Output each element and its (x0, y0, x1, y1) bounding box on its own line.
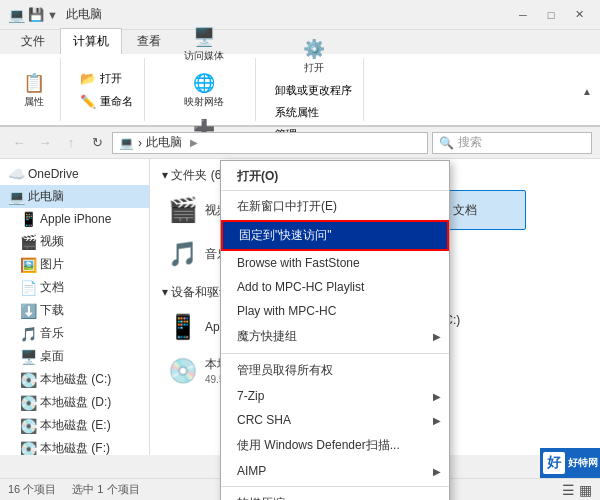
ctx-item-mpc-play[interactable]: Play with MPC-HC (221, 299, 449, 323)
desktop-icon: 🖥️ (20, 349, 36, 365)
onedrive-icon: ☁️ (8, 166, 24, 182)
forward-button[interactable]: → (34, 132, 56, 154)
ctx-label-magic-group: 魔方快捷组 (237, 328, 297, 345)
rename-label: 重命名 (100, 94, 133, 109)
ribbon-small-buttons: 📂 打开 ✏️ 重命名 (75, 67, 138, 112)
properties-icon: 📋 (22, 71, 46, 95)
sidebar-label-onedrive: OneDrive (28, 167, 79, 181)
view-grid-icon[interactable]: ▦ (579, 482, 592, 498)
rename-button[interactable]: ✏️ 重命名 (75, 90, 138, 112)
status-selected: 选中 1 个项目 (72, 482, 139, 497)
sidebar-label-desktop: 桌面 (40, 348, 64, 365)
search-icon: 🔍 (439, 136, 454, 150)
drive-c-icon: 💽 (20, 372, 36, 388)
ctx-item-aimp[interactable]: AIMP ▶ (221, 459, 449, 483)
ctx-item-pin-quick[interactable]: 固定到"快速访问" (221, 220, 449, 251)
sidebar-item-drive-e[interactable]: 💽 本地磁盘 (E:) (0, 414, 149, 437)
settings-icon: ⚙️ (302, 37, 326, 61)
back-button[interactable]: ← (8, 132, 30, 154)
status-count: 16 个项目 (8, 482, 56, 497)
ctx-arrow-magic: ▶ (433, 331, 441, 342)
sidebar-item-drive-f[interactable]: 💽 本地磁盘 (F:) (0, 437, 149, 455)
sidebar-item-onedrive[interactable]: ☁️ OneDrive (0, 163, 149, 185)
ctx-item-compress[interactable]: 软媒压缩 ▶ (221, 490, 449, 500)
up-button[interactable]: ↑ (60, 132, 82, 154)
ctx-header[interactable]: 打开(O) (221, 163, 449, 191)
ctx-label-aimp: AIMP (237, 464, 266, 478)
system-props-button[interactable]: 系统属性 (270, 102, 357, 123)
sidebar-item-documents[interactable]: 📄 文档 (0, 276, 149, 299)
tab-file[interactable]: 文件 (8, 28, 58, 54)
apple-iphone-icon: 📱 (20, 211, 36, 227)
ctx-item-crc[interactable]: CRC SHA ▶ (221, 408, 449, 432)
uninstall-label: 卸载或更改程序 (275, 83, 352, 98)
ribbon-collapse[interactable]: ▲ (582, 82, 592, 97)
sidebar-label-videos: 视频 (40, 233, 64, 250)
sidebar-item-videos[interactable]: 🎬 视频 (0, 230, 149, 253)
ctx-label-defender: 使用 Windows Defender扫描... (237, 437, 400, 454)
ctx-item-7zip[interactable]: 7-Zip ▶ (221, 384, 449, 408)
settings-button[interactable]: ⚙️ 打开 (294, 34, 334, 78)
ribbon-group-open: 📂 打开 ✏️ 重命名 (69, 58, 145, 121)
view-list-icon[interactable]: ☰ (562, 482, 575, 498)
pictures-icon: 🖼️ (20, 257, 36, 273)
rename-icon: ✏️ (80, 93, 96, 109)
window-icon: 💻 (8, 7, 24, 23)
minimize-button[interactable]: ─ (510, 5, 536, 25)
tab-computer[interactable]: 计算机 (60, 28, 122, 54)
maximize-button[interactable]: □ (538, 5, 564, 25)
uninstall-button[interactable]: 卸载或更改程序 (270, 80, 357, 101)
sidebar-item-apple-iphone[interactable]: 📱 Apple iPhone (0, 208, 149, 230)
address-path: › (138, 136, 142, 150)
ctx-label-pin-quick: 固定到"快速访问" (239, 227, 332, 244)
ribbon-group-manage: ⚙️ 打开 卸载或更改程序 系统属性 管理 (264, 58, 364, 121)
sidebar-item-thispc[interactable]: 💻 此电脑 (0, 185, 149, 208)
sidebar-item-desktop[interactable]: 🖥️ 桌面 (0, 345, 149, 368)
address-box[interactable]: 💻 › 此电脑 ▶ (112, 132, 428, 154)
ctx-label-7zip: 7-Zip (237, 389, 264, 403)
map-network-label: 映射网络 (184, 95, 224, 109)
ribbon-group-network: 🖥️ 访问媒体 🌐 映射网络 ➕ 添加一个网络位置 (153, 58, 256, 121)
sidebar: ☁️ OneDrive 💻 此电脑 📱 Apple iPhone 🎬 视频 🖼️… (0, 159, 150, 455)
search-box[interactable]: 🔍 搜索 (432, 132, 592, 154)
ctx-label-take-ownership: 管理员取得所有权 (237, 362, 333, 379)
ctx-item-new-window[interactable]: 在新窗口中打开(E) (221, 193, 449, 220)
sidebar-label-apple-iphone: Apple iPhone (40, 212, 111, 226)
ctx-item-magic-group[interactable]: 魔方快捷组 ▶ (221, 323, 449, 350)
sidebar-item-pictures[interactable]: 🖼️ 图片 (0, 253, 149, 276)
music-icon: 🎵 (20, 326, 36, 342)
map-network-icon: 🌐 (192, 71, 216, 95)
refresh-button[interactable]: ↻ (86, 132, 108, 154)
video-folder-icon: 🎬 (167, 194, 199, 226)
properties-button[interactable]: 📋 属性 (14, 68, 54, 112)
sidebar-item-drive-d[interactable]: 💽 本地磁盘 (D:) (0, 391, 149, 414)
open-button[interactable]: 📂 打开 (75, 67, 138, 89)
search-placeholder: 搜索 (458, 134, 482, 151)
downloads-icon: ⬇️ (20, 303, 36, 319)
access-media-button[interactable]: 🖥️ 访问媒体 (179, 22, 229, 66)
ctx-separator-1 (221, 353, 449, 354)
sidebar-item-downloads[interactable]: ⬇️ 下载 (0, 299, 149, 322)
ctx-label-mpc-playlist: Add to MPC-HC Playlist (237, 280, 364, 294)
map-network-button[interactable]: 🌐 映射网络 (179, 68, 229, 112)
ctx-label-crc: CRC SHA (237, 413, 291, 427)
close-button[interactable]: ✕ (566, 5, 592, 25)
open-icon: 📂 (80, 70, 96, 86)
context-menu: 打开(O) 在新窗口中打开(E) 固定到"快速访问" Browse with F… (220, 160, 450, 500)
ribbon-content: 📋 属性 📂 打开 ✏️ 重命名 🖥️ 访问媒体 (0, 54, 600, 126)
ctx-item-take-ownership[interactable]: 管理员取得所有权 (221, 357, 449, 384)
ctx-arrow-crc: ▶ (433, 415, 441, 426)
ctx-item-faststone[interactable]: Browse with FastStone (221, 251, 449, 275)
sidebar-label-music: 音乐 (40, 325, 64, 342)
tab-view[interactable]: 查看 (124, 28, 174, 54)
ctx-item-defender[interactable]: 使用 Windows Defender扫描... (221, 432, 449, 459)
sidebar-item-music[interactable]: 🎵 音乐 (0, 322, 149, 345)
sidebar-label-documents: 文档 (40, 279, 64, 296)
settings-label: 打开 (304, 61, 324, 75)
videos-icon: 🎬 (20, 234, 36, 250)
drive-e-icon: 💽 (20, 418, 36, 434)
sidebar-label-drive-c: 本地磁盘 (C:) (40, 371, 111, 388)
iphone-drive-icon: 📱 (167, 311, 199, 343)
sidebar-item-drive-c[interactable]: 💽 本地磁盘 (C:) (0, 368, 149, 391)
ctx-item-mpc-playlist[interactable]: Add to MPC-HC Playlist (221, 275, 449, 299)
